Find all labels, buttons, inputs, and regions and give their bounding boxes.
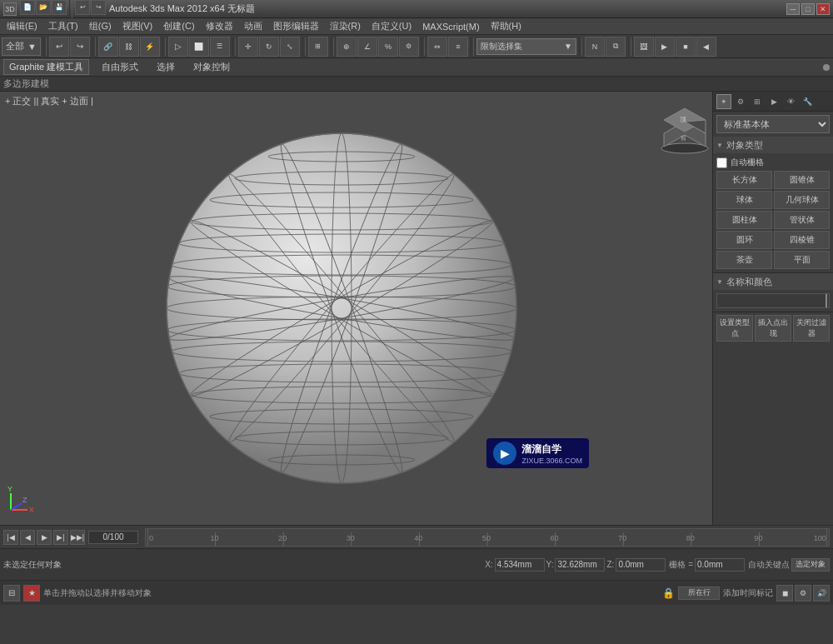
named-sel-btn[interactable]: N [585, 37, 605, 57]
minimize-btn[interactable]: ─ [786, 3, 800, 15]
angle-snap[interactable]: ∠ [357, 37, 377, 57]
x-input[interactable] [495, 558, 545, 572]
svg-text:50: 50 [482, 534, 491, 542]
name-input-field[interactable] [720, 297, 826, 306]
render-last-btn[interactable]: ◀ [696, 37, 716, 57]
auto-key-group: 自动关键点 选定对象 [748, 558, 830, 572]
tl-end-btn[interactable]: ▶▶| [70, 530, 85, 545]
action-extra2[interactable]: ⚙ [795, 585, 811, 602]
obj-btn-plane[interactable]: 平面 [774, 251, 830, 269]
render-setup-btn[interactable]: 🖼 [634, 37, 654, 57]
obj-btn-teapot[interactable]: 茶壶 [716, 251, 772, 269]
obj-btn-geosphere[interactable]: 几何球体 [774, 191, 830, 209]
graphite-label: Graphite 建模工具 [3, 59, 89, 75]
select-region-btn[interactable]: ⬜ [189, 37, 209, 57]
tb-open[interactable]: 📂 [36, 0, 51, 15]
select-tab[interactable]: 选择 [151, 59, 181, 75]
menu-item-v[interactable]: 视图(V) [117, 18, 158, 34]
tb-newfile[interactable]: 📄 [20, 0, 35, 15]
modify-icon-btn[interactable]: ⚙ [733, 94, 748, 109]
undo-btn[interactable]: ↩ [49, 37, 69, 57]
rotate-btn[interactable]: ↻ [259, 37, 279, 57]
viewport[interactable]: + 正交 || 真实 + 边面 | [0, 92, 712, 525]
utility-icon-btn[interactable]: 🔧 [800, 94, 815, 109]
tb-undo2[interactable]: ↩ [75, 0, 90, 15]
select-filter-btn[interactable]: ☰ [210, 37, 230, 57]
auto-grid-checkbox[interactable] [716, 157, 727, 168]
snap-toggle[interactable]: ⊕ [337, 37, 357, 57]
insert-filter-btn[interactable]: 插入点出现 [755, 315, 791, 342]
free-form-tab[interactable]: 自由形式 [96, 59, 144, 75]
menu-item-[interactable]: 修改器 [201, 18, 238, 34]
timeline-track[interactable]: 0 10 20 30 40 50 60 70 80 90 100 [145, 528, 830, 547]
set-filter-btn[interactable]: 设置类型点 [716, 315, 753, 342]
tl-next-btn[interactable]: ▶| [53, 530, 68, 545]
tl-start-btn[interactable]: |◀ [3, 530, 18, 545]
redo-btn[interactable]: ↪ [70, 37, 90, 57]
close-btn[interactable]: ✕ [816, 3, 830, 15]
menu-item-t[interactable]: 工具(T) [43, 18, 83, 34]
y-input[interactable] [555, 558, 605, 572]
lock-icon: 🔒 [662, 587, 675, 599]
obj-btn-cylinder[interactable]: 圆柱体 [716, 211, 772, 229]
object-control-tab[interactable]: 对象控制 [187, 59, 236, 75]
menu-item-r[interactable]: 渲染(R) [325, 18, 366, 34]
obj-btn-cone[interactable]: 圆锥体 [774, 171, 830, 189]
color-swatch[interactable] [826, 294, 827, 307]
hierarchy-icon-btn[interactable]: ⊞ [750, 94, 765, 109]
menu-item-g[interactable]: 组(G) [84, 18, 117, 34]
spinner-snap[interactable]: ⚙ [399, 37, 419, 57]
layers-btn[interactable]: ⧉ [606, 37, 626, 57]
object-type-header[interactable]: ▼ 对象类型 [713, 137, 833, 153]
unlink-btn[interactable]: ⛓ [119, 37, 139, 57]
obj-btn-box[interactable]: 长方体 [716, 171, 772, 189]
object-btn-grid: 长方体 圆锥体 球体 几何球体 圆柱体 管状体 圆环 四棱锥 茶壶 平面 [716, 171, 830, 269]
display-icon-btn[interactable]: 👁 [783, 94, 798, 109]
bind-btn[interactable]: ⚡ [140, 37, 160, 57]
tb-save[interactable]: 💾 [52, 0, 67, 15]
tl-prev-btn[interactable]: ◀ [20, 530, 35, 545]
create-icon-btn[interactable]: ✦ [716, 94, 731, 109]
menu-item-u[interactable]: 自定义(U) [367, 18, 416, 34]
name-color-header[interactable]: ▼ 名称和颜色 [713, 273, 833, 290]
align-btn[interactable]: ≡ [448, 37, 468, 57]
selection-input[interactable]: 限制选择集 ▼ [476, 38, 576, 55]
scale-btn[interactable]: ⤡ [280, 37, 300, 57]
menu-item-c[interactable]: 创建(C) [158, 18, 199, 34]
watermark: ▶ 溜溜自学 ZIXUE.3066.COM [486, 438, 589, 468]
obj-btn-torus[interactable]: 圆环 [716, 231, 772, 249]
action-extra1[interactable]: ◼ [776, 585, 793, 602]
render-frame-btn[interactable]: ■ [676, 37, 696, 57]
link-btn[interactable]: 🔗 [98, 37, 118, 57]
motion-icon-btn[interactable]: ▶ [766, 94, 781, 109]
menu-item-h[interactable]: 帮助(H) [486, 18, 526, 34]
action-icon1[interactable]: ⊟ [3, 585, 20, 602]
action-icon2[interactable]: ★ [23, 585, 40, 602]
mirror-btn[interactable]: ⇔ [427, 37, 447, 57]
obj-btn-pyramid[interactable]: 四棱锥 [774, 231, 830, 249]
obj-btn-tube[interactable]: 管状体 [774, 211, 830, 229]
pct-snap[interactable]: % [378, 37, 398, 57]
move-btn[interactable]: ✛ [238, 37, 258, 57]
close-filter-btn[interactable]: 关闭过滤器 [793, 315, 830, 342]
menu-item-maxscriptm[interactable]: MAXScript(M) [417, 20, 484, 33]
select-btn[interactable]: ▷ [168, 37, 188, 57]
grid-input[interactable] [695, 558, 745, 572]
select-all-dropdown[interactable]: 全部 ▼ [2, 37, 41, 56]
tl-play-btn[interactable]: ▶ [37, 530, 52, 545]
maximize-btn[interactable]: □ [801, 3, 815, 15]
obj-btn-sphere[interactable]: 球体 [716, 191, 772, 209]
menu-item-[interactable]: 动画 [239, 18, 267, 34]
viewcube[interactable]: 顶 前 [656, 98, 706, 157]
ref-coord-btn[interactable]: ⊞ [308, 37, 328, 57]
render-btn[interactable]: ▶ [655, 37, 675, 57]
menu-item-e[interactable]: 编辑(E) [2, 18, 42, 34]
z-input[interactable] [616, 558, 666, 572]
timeline-frame: 0 / 100 [88, 531, 138, 544]
row-btn[interactable]: 所在行 [678, 587, 720, 600]
tb-redo2[interactable]: ↪ [91, 0, 106, 15]
action-extra3[interactable]: 🔊 [813, 585, 830, 602]
menu-item-[interactable]: 图形编辑器 [268, 18, 324, 34]
panel-dropdown[interactable]: 标准基本体 [716, 115, 830, 133]
select-filter-status-btn[interactable]: 选定对象 [791, 558, 830, 572]
